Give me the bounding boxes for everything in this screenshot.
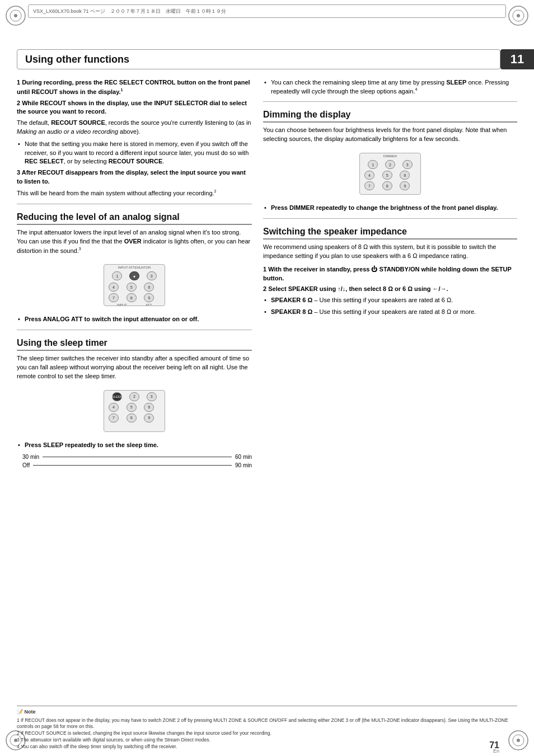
main-content: 1 During recording, press the REC SELECT… [17,78,517,722]
sleep-right-bullet: You can check the remaining sleep time a… [263,78,517,96]
switching-bullet1: SPEAKER 6 Ω – Use this setting if your s… [263,296,517,304]
right-column: You can check the remaining sleep time a… [263,78,517,722]
divider2 [17,330,252,330]
footnote-2: 2 If RECOUT SOURCE is selected, changing… [17,730,517,737]
footnote-area: 📝 Note 1 If RECOUT does not appear in th… [17,706,517,750]
sleep-title: Using the sleep timer [17,338,252,348]
sleep-row-1: 30 min 60 min [22,454,252,460]
switching-step2-title: 2 Select SPEAKER using ↑/↓, then select … [263,285,517,294]
sleep-section-header: Using the sleep timer [17,338,252,351]
sleep-row-2: Off 90 min [22,462,252,468]
sleep-60min: 60 min [235,454,252,460]
btn-6: 6 [144,283,154,292]
btn-2: ● [129,271,139,280]
page-lang: En [493,748,499,754]
sleep-btn-highlight: SLEEP [112,392,122,401]
dim-btn-5: 5 [382,171,392,180]
sleep-btn-6: 6 [144,403,154,412]
reducing-bullet: Press ANALOG ATT to switch the input att… [17,315,252,323]
switching-step1-title: 1 With the receiver in standby, press ⏻ … [263,265,517,283]
remote-image-reducing: INPUT ATTENUATOR 1 ● 3 4 5 6 7 8 9 INPUT… [17,260,252,311]
step2-title: 2 While RECOUT shows in the display, use… [17,99,252,117]
dimming-title: Dimming the display [263,110,517,120]
dim-btn-4: 4 [364,171,374,180]
sleep-btn-4: 4 [109,403,119,412]
btn-3: 3 [147,271,157,280]
file-header: VSX_LX60LX70.book 71 ページ ２００７年７月１８日 水曜日 … [28,4,506,18]
reducing-section-header: Reducing the level of an analog signal [17,212,252,225]
dimming-bullet: Press DIMMER repeatedly to change the br… [263,204,517,212]
switching-body: We recommend using speakers of 8 Ω with … [263,243,517,261]
chapter-number: 11 [500,49,534,69]
section-title: Using other functions [25,54,129,65]
step3-body: This will be heard from the main system … [17,189,252,198]
dim-btn-3: 3 [402,160,413,169]
dim-btn-8: 8 [382,181,392,190]
footnote-4: 4 You can also switch off the sleep time… [17,744,517,750]
btn-1: 1 [112,271,122,280]
step3-title: 3 After RECOUT disappears from the displ… [17,168,252,186]
section-title-bar: Using other functions [17,49,500,69]
dim-btn-6: 6 [400,171,410,180]
step2-body: The default, RECOUT SOURCE, records the … [17,119,252,137]
note-icon: 📝 Note [17,708,36,716]
sleep-btn-7: 7 [109,414,119,422]
sleep-btn-8: 8 [127,414,137,422]
sleep-30min: 30 min [22,454,39,460]
sleep-line-2 [33,465,232,466]
footnote-3: 3 The attenuator isn't available with di… [17,737,517,744]
sleep-line-1 [43,457,232,457]
remote-control-image: INPUT ATTENUATOR 1 ● 3 4 5 6 7 8 9 INPUT… [104,264,165,306]
sleep-timer-diagram: 30 min 60 min Off 90 min [22,454,252,468]
dim-btn-9: 9 [400,181,410,190]
remote-image-sleep: SLEEP 2 3 4 5 6 7 8 9 [17,386,252,436]
remote-labels: INPUTATT [104,303,165,306]
switching-bullet2: SPEAKER 8 Ω – Use this setting if your s… [263,308,517,316]
btn-9: 9 [144,293,154,302]
header-text: VSX_LX60LX70.book 71 ページ ２００７年７月１８日 水曜日 … [33,8,226,15]
btn-5: 5 [127,283,137,292]
sleep-90min: 90 min [235,462,252,468]
footnote-1: 1 If RECOUT does not appear in the displ… [17,717,517,731]
sleep-btn-9: 9 [144,414,154,422]
btn-8: 8 [127,293,137,302]
btn-4: 4 [109,283,119,292]
svg-point-2 [14,14,17,17]
remote-dimming-control-image: DIMMER 1 2 3 4 5 6 7 8 9 [359,153,421,195]
step1-title: 1 During recording, press the REC SELECT… [17,78,252,97]
left-column: 1 During recording, press the REC SELECT… [17,78,252,722]
sleep-btn-2: 2 [129,392,139,401]
sleep-btn-3: 3 [147,392,157,401]
corner-decoration-tr [507,4,530,27]
dim-btn-1: 1 [368,160,378,169]
dimming-section-header: Dimming the display [263,110,517,123]
corner-decoration-tl [4,4,27,27]
remote-sleep-control-image: SLEEP 2 3 4 5 6 7 8 9 [104,390,165,432]
divider-right-1 [263,101,517,102]
divider-right-2 [263,218,517,219]
svg-point-5 [517,14,520,17]
dim-btn-7: 7 [364,181,374,190]
sleep-btn-5: 5 [127,403,137,412]
switching-section-header: Switching the speaker impedance [263,227,517,240]
step2-bullet: Note that the setting you make here is s… [17,140,252,166]
switching-title: Switching the speaker impedance [263,227,517,237]
remote-image-dimming: DIMMER 1 2 3 4 5 6 7 8 9 [263,148,517,199]
sleep-bullet: Press SLEEP repeatedly to set the sleep … [17,441,252,449]
divider1 [17,204,252,204]
btn-7: 7 [109,293,119,302]
sleep-off: Off [22,462,30,468]
dim-btn-2: 2 [385,160,395,169]
reducing-title: Reducing the level of an analog signal [17,212,252,222]
reducing-body: The input attenuator lowers the input le… [17,228,252,255]
sleep-body: The sleep timer switches the receiver in… [17,354,252,381]
dimming-body: You can choose between four brightness l… [263,126,517,144]
